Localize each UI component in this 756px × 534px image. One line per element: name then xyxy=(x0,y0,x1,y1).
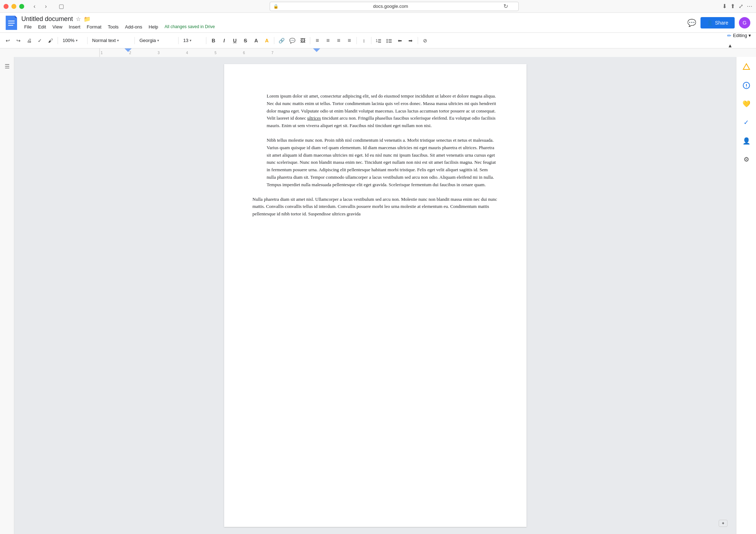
svg-text:7: 7 xyxy=(271,51,274,55)
main-layout: ☰ Lorem ipsum dolor sit amet, consectetu… xyxy=(0,57,756,534)
keep-icon[interactable]: 💛 xyxy=(740,98,753,110)
ruler-svg: 1 2 3 4 5 6 7 xyxy=(0,48,756,57)
divider-2 xyxy=(87,37,88,44)
minimize-button[interactable] xyxy=(11,4,16,9)
doc-area[interactable]: Lorem ipsum dolor sit amet, consectetur … xyxy=(14,57,736,534)
svg-point-7 xyxy=(387,39,388,40)
close-button[interactable] xyxy=(4,4,9,9)
forward-button[interactable]: › xyxy=(41,1,51,11)
divider-7 xyxy=(310,37,310,44)
title-bar: ‹ › ▢ 🔒 ↻ ⬇ ⬆ ⤢ ⋯ xyxy=(0,0,756,13)
resize-icon[interactable]: ⤢ xyxy=(739,3,743,10)
maximize-button[interactable] xyxy=(19,4,24,9)
align-center-button[interactable]: ≡ xyxy=(323,36,333,46)
underline-button[interactable]: U xyxy=(230,36,240,46)
decrease-indent-button[interactable]: ⬅ xyxy=(395,36,405,46)
paint-format-button[interactable]: 🖌 xyxy=(46,36,55,46)
menu-addons[interactable]: Add-ons xyxy=(122,23,145,30)
header-actions: 💬 👤 Share G xyxy=(687,17,750,28)
star-button[interactable]: ☆ xyxy=(76,16,81,22)
menu-tools[interactable]: Tools xyxy=(105,23,121,30)
menu-insert[interactable]: Insert xyxy=(66,23,83,30)
comment-button[interactable]: 💬 xyxy=(287,36,297,46)
divider-4 xyxy=(178,37,179,44)
align-left-button[interactable]: ≡ xyxy=(312,36,322,46)
zoom-chevron: ▾ xyxy=(76,38,78,42)
comments-button[interactable]: 💬 xyxy=(687,19,696,27)
numbered-list-icon: 1. xyxy=(376,38,381,43)
svg-text:5: 5 xyxy=(215,51,217,55)
strikethrough-button[interactable]: S xyxy=(240,36,250,46)
divider-9 xyxy=(371,37,371,44)
line-spacing-button[interactable]: ↕ xyxy=(359,36,369,46)
font-size-dropdown[interactable]: 13 ▾ xyxy=(181,36,204,46)
extensions-icon[interactable]: ⚙ xyxy=(740,153,753,166)
italic-button[interactable]: I xyxy=(219,36,229,46)
editing-mode-dropdown[interactable]: ✏ Editing ▾ xyxy=(725,31,753,41)
tasks-icon[interactable]: ✓ xyxy=(740,116,753,129)
highlight-button[interactable]: A xyxy=(262,36,272,46)
svg-point-27 xyxy=(746,87,747,88)
bold-button[interactable]: B xyxy=(208,36,218,46)
notifications-icon[interactable] xyxy=(740,79,753,92)
share-button[interactable]: 👤 Share xyxy=(701,17,735,28)
back-button[interactable]: ‹ xyxy=(30,1,39,11)
svg-text:3: 3 xyxy=(158,51,160,55)
pencil-icon: ✏ xyxy=(727,33,731,38)
align-right-button[interactable]: ≡ xyxy=(334,36,344,46)
address-bar[interactable] xyxy=(270,2,519,11)
right-sidebar: 💛 ✓ 👤 ⚙ xyxy=(736,57,756,534)
doc-title: Untitled document xyxy=(21,15,73,23)
image-button[interactable]: 🖼 xyxy=(298,36,308,46)
save-status: All changes saved in Drive xyxy=(165,23,215,30)
align-justify-button[interactable]: ≡ xyxy=(344,36,354,46)
move-button[interactable]: 📁 xyxy=(84,16,91,22)
paragraph-3: Nulla pharetra diam sit amet nisl. Ullam… xyxy=(253,196,498,218)
window-controls xyxy=(4,4,24,9)
spell-check-button[interactable]: ✓ xyxy=(35,36,45,46)
menu-view[interactable]: View xyxy=(49,23,65,30)
download-icon[interactable]: ⬇ xyxy=(722,3,727,10)
font-dropdown[interactable]: Georgia ▾ xyxy=(137,36,176,46)
redo-button[interactable]: ↪ xyxy=(14,36,23,46)
menu-file[interactable]: File xyxy=(21,23,35,30)
avatar[interactable]: G xyxy=(739,17,750,28)
underlined-text: ultrices xyxy=(307,115,321,121)
increase-indent-button[interactable]: ➡ xyxy=(406,36,416,46)
toolbar: ↩ ↪ 🖨 ✓ 🖌 100% ▾ Normal text ▾ Georgia ▾… xyxy=(0,33,756,48)
numbered-list-button[interactable]: 1. xyxy=(374,36,384,46)
menu-format[interactable]: Format xyxy=(84,23,104,30)
drive-icon[interactable] xyxy=(740,61,753,73)
doc-title-row: Untitled document ☆ 📁 xyxy=(21,15,687,23)
divider-3 xyxy=(134,37,135,44)
outline-icon[interactable]: ☰ xyxy=(1,61,13,72)
print-button[interactable]: 🖨 xyxy=(24,36,34,46)
font-value: Georgia xyxy=(139,38,156,43)
zoom-value: 100% xyxy=(63,38,74,43)
svg-rect-2 xyxy=(8,25,13,26)
style-dropdown[interactable]: Normal text ▾ xyxy=(90,36,132,46)
editing-chevron: ▾ xyxy=(749,33,751,38)
undo-button[interactable]: ↩ xyxy=(3,36,13,46)
contacts-icon[interactable]: 👤 xyxy=(740,135,753,147)
more-icon[interactable]: ⋯ xyxy=(747,3,752,10)
document-page: Lorem ipsum dolor sit amet, consectetur … xyxy=(224,64,527,527)
share-icon[interactable]: ⬆ xyxy=(730,3,735,10)
tabview-button[interactable]: ▢ xyxy=(56,1,66,11)
docs-logo xyxy=(6,16,17,30)
text-color-button[interactable]: A xyxy=(251,36,261,46)
menu-edit[interactable]: Edit xyxy=(35,23,49,30)
left-sidebar: ☰ xyxy=(0,57,14,534)
page-number-button[interactable]: + xyxy=(719,520,728,527)
reload-button[interactable]: ↻ xyxy=(503,3,508,10)
link-button[interactable]: 🔗 xyxy=(276,36,286,46)
svg-marker-24 xyxy=(743,64,750,69)
bulleted-list-button[interactable] xyxy=(384,36,394,46)
paragraph-2: Nibh tellus molestie nunc non. Proin nib… xyxy=(253,137,498,189)
menu-help[interactable]: Help xyxy=(146,23,161,30)
clear-format-button[interactable]: ⊘ xyxy=(420,36,430,46)
style-value: Normal text xyxy=(92,38,116,43)
svg-text:2: 2 xyxy=(129,51,131,55)
title-bar-actions: ⬇ ⬆ ⤢ ⋯ xyxy=(722,3,752,10)
zoom-dropdown[interactable]: 100% ▾ xyxy=(60,36,85,46)
